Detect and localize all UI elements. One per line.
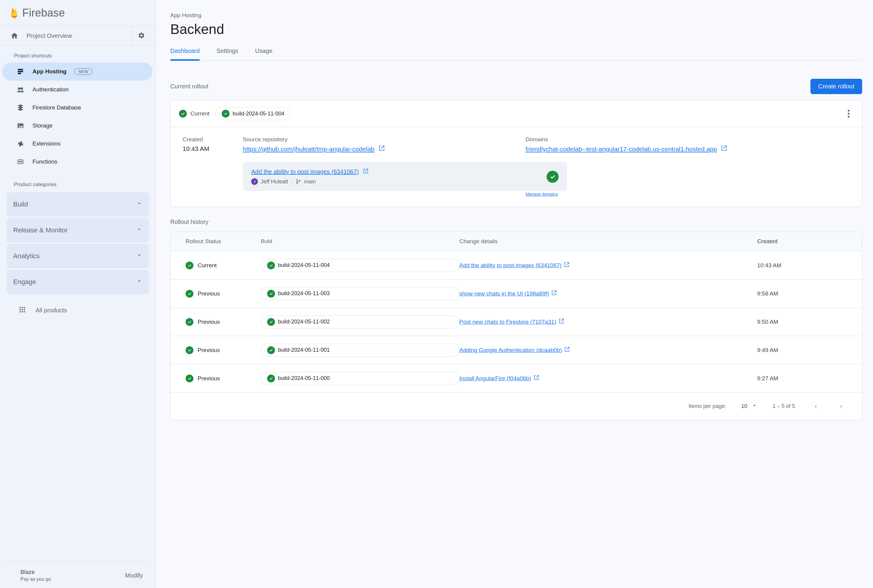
svg-point-17 xyxy=(297,180,298,180)
table-row[interactable]: Current build-2024-05-11-004 Add the abi… xyxy=(171,251,862,279)
svg-rect-16 xyxy=(24,311,25,312)
check-circle-icon xyxy=(267,261,275,269)
check-circle-icon xyxy=(267,318,275,326)
category-build[interactable]: Build xyxy=(7,192,149,216)
svg-rect-12 xyxy=(22,309,23,310)
open-external-icon xyxy=(379,145,385,151)
tab-settings[interactable]: Settings xyxy=(216,48,238,60)
svg-rect-15 xyxy=(22,311,23,312)
category-release-monitor[interactable]: Release & Monitor xyxy=(7,218,149,242)
svg-rect-10 xyxy=(24,307,25,308)
current-rollout-heading: Current rollout xyxy=(170,83,209,90)
commit-branch: main xyxy=(304,178,316,185)
grid-icon xyxy=(19,306,26,315)
brand-name: Firebase xyxy=(22,7,65,19)
current-rollout-card: Current build-2024-05-11-004 Created 10:… xyxy=(170,100,862,207)
svg-point-3 xyxy=(19,124,20,125)
domain-link[interactable]: friendlychat-codelab--test-angular17-cod… xyxy=(526,146,717,152)
apphosting-icon xyxy=(16,68,25,76)
open-external-icon xyxy=(551,290,557,296)
commit-author: Jeff Huleatt xyxy=(261,178,288,185)
table-row[interactable]: Previous build-2024-05-11-000 Install An… xyxy=(171,364,862,392)
firestore-icon xyxy=(16,104,25,112)
build-chip[interactable]: build-2024-05-11-000 xyxy=(261,372,459,385)
billing-plan: Blaze Pay as you go Modify xyxy=(7,561,149,588)
chevron-down-icon xyxy=(136,278,142,286)
sidebar-item-functions[interactable]: Functions xyxy=(2,153,153,171)
svg-rect-13 xyxy=(24,309,25,310)
category-analytics[interactable]: Analytics xyxy=(7,244,149,268)
tabs: Dashboard Settings Usage xyxy=(170,48,862,61)
sidebar-item-firestore[interactable]: Firestore Database xyxy=(2,99,153,117)
check-circle-icon xyxy=(186,375,194,382)
open-external-icon xyxy=(363,168,368,174)
tab-usage[interactable]: Usage xyxy=(255,48,272,60)
check-circle-icon xyxy=(179,110,187,117)
category-engage[interactable]: Engage xyxy=(7,270,149,294)
build-chip[interactable]: build-2024-05-11-004 xyxy=(215,107,291,120)
commit-link[interactable]: Add the ability to post images (6341067) xyxy=(251,168,359,175)
col-header-build: Build xyxy=(261,238,459,244)
change-link[interactable]: Add the ability to post images (6341067) xyxy=(459,262,562,268)
check-circle-icon xyxy=(186,318,194,326)
change-link[interactable]: Adding Google Authentication (dcaab0b) xyxy=(459,347,562,353)
col-header-created: Created xyxy=(757,238,835,245)
source-repo-link[interactable]: https://github.com/jhuleatt/tmp-angular-… xyxy=(243,146,374,152)
svg-point-5 xyxy=(19,161,20,162)
pagination-range: 1 – 5 of 5 xyxy=(772,403,795,410)
sidebar: Firebase Project Overview Project shortc… xyxy=(0,0,156,588)
breadcrumb[interactable]: App Hosting xyxy=(170,12,873,19)
change-link[interactable]: Post new chats to Firestore (7107a31) xyxy=(459,319,556,325)
sidebar-item-storage[interactable]: Storage xyxy=(2,117,153,135)
create-rollout-button[interactable]: Create rollout xyxy=(810,79,862,94)
manage-domains-link[interactable]: Manage domains xyxy=(526,192,558,196)
new-badge: NEW xyxy=(74,68,92,75)
open-external-icon xyxy=(534,375,539,380)
check-circle-icon xyxy=(267,290,275,298)
svg-rect-9 xyxy=(22,307,23,308)
build-chip[interactable]: build-2024-05-11-002 xyxy=(261,315,459,328)
table-footer: Items per page: 10 1 – 5 of 5 xyxy=(171,392,862,420)
open-external-icon xyxy=(564,346,570,352)
svg-point-18 xyxy=(297,183,298,184)
build-chip[interactable]: build-2024-05-11-004 xyxy=(261,259,459,272)
table-row[interactable]: Previous build-2024-05-11-003 show new c… xyxy=(171,279,862,308)
next-page-button[interactable] xyxy=(836,401,847,412)
page-title: Backend xyxy=(170,21,873,37)
chevron-down-icon xyxy=(136,252,142,260)
all-products-link[interactable]: All products xyxy=(0,300,156,321)
storage-icon xyxy=(16,122,25,130)
prev-page-button[interactable] xyxy=(810,401,821,412)
rollout-history-heading: Rollout history xyxy=(170,219,209,225)
tab-dashboard[interactable]: Dashboard xyxy=(170,48,200,60)
svg-rect-11 xyxy=(20,309,21,310)
change-link[interactable]: Install AngularFire (f04a06b) xyxy=(459,375,531,381)
project-overview-row[interactable]: Project Overview xyxy=(0,26,156,45)
sidebar-item-app-hosting[interactable]: App Hosting NEW xyxy=(2,63,153,81)
sidebar-item-authentication[interactable]: Authentication xyxy=(2,81,153,99)
svg-point-1 xyxy=(21,87,23,90)
table-row[interactable]: Previous build-2024-05-11-001 Adding Goo… xyxy=(171,336,862,364)
build-chip[interactable]: build-2024-05-11-001 xyxy=(261,344,459,357)
shortcuts-heading: Project shortcuts xyxy=(0,46,156,62)
change-link[interactable]: show new chats in the UI (198a89f) xyxy=(459,290,549,297)
items-per-page-select[interactable]: 10 xyxy=(741,402,757,410)
current-status-pill: Current xyxy=(179,110,209,117)
sidebar-item-extensions[interactable]: Extensions xyxy=(2,135,153,153)
chevron-down-icon xyxy=(136,226,142,234)
check-circle-icon xyxy=(186,346,194,354)
open-external-icon xyxy=(564,262,569,267)
build-chip[interactable]: build-2024-05-11-003 xyxy=(261,287,459,300)
dropdown-icon xyxy=(751,402,757,410)
modify-plan-button[interactable]: Modify xyxy=(125,572,143,579)
brand-row[interactable]: Firebase xyxy=(0,0,156,26)
card-more-button[interactable] xyxy=(844,110,853,117)
project-settings-button[interactable] xyxy=(132,26,150,45)
svg-rect-14 xyxy=(20,311,21,312)
open-external-icon xyxy=(721,145,727,151)
check-circle-icon xyxy=(267,375,275,382)
table-row[interactable]: Previous build-2024-05-11-002 Post new c… xyxy=(171,308,862,336)
created-value: 10:43 AM xyxy=(183,145,243,152)
firebase-logo-icon xyxy=(10,9,19,17)
open-external-icon xyxy=(559,318,564,324)
